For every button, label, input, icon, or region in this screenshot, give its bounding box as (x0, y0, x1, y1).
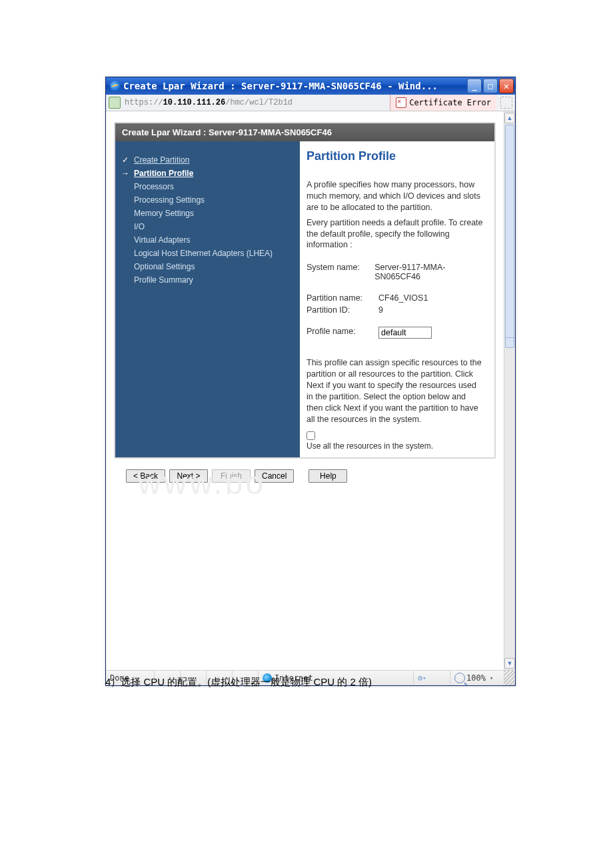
partition-id-row: Partition ID: 9 (306, 305, 485, 315)
step-create-partition[interactable]: ✓ Create Partition (119, 153, 296, 167)
step-io: I/O (119, 220, 296, 233)
profile-description-3: This profile can assign specific resourc… (306, 357, 485, 425)
certificate-error-button[interactable]: Certificate Error (390, 95, 496, 111)
wizard-frame: Create Lpar Wizard : Server-9117-MMA-SN0… (114, 122, 496, 459)
site-lock-icon (109, 97, 121, 109)
profile-name-row: Profile name: (306, 327, 485, 339)
step-memory-settings: Memory Settings (119, 207, 296, 220)
system-name-row: System name: Server-9117-MMA-SN065CF46 (306, 263, 485, 281)
help-button[interactable]: Help (308, 469, 347, 483)
shield-icon (396, 97, 406, 108)
address-bar[interactable]: https://10.110.111.26/hmc/wcl/T2b1d Cert… (106, 95, 515, 111)
finish-button: Finish (212, 469, 251, 483)
step-profile-summary: Profile Summary (119, 273, 296, 287)
scroll-down-button[interactable]: ▼ (504, 658, 515, 669)
use-all-resources-checkbox[interactable] (306, 431, 315, 440)
maximize-button[interactable]: □ (483, 79, 498, 93)
step-processing-settings: Processing Settings (119, 193, 296, 207)
step-lhea: Logical Host Ethernet Adapters (LHEA) (119, 247, 296, 260)
window-title: Create Lpar Wizard : Server-9117-MMA-SN0… (123, 81, 467, 91)
scroll-track[interactable] (504, 125, 515, 657)
step-optional-settings: Optional Settings (119, 260, 296, 273)
step-partition-profile[interactable]: → Partition Profile (119, 167, 296, 180)
wizard-header: Create Lpar Wizard : Server-9117-MMA-SN0… (115, 123, 494, 141)
page-icon[interactable] (500, 97, 512, 109)
wizard-button-row: < Back Next > Finish Cancel Help (107, 463, 502, 492)
cancel-button[interactable]: Cancel (255, 469, 294, 483)
close-button[interactable]: ✕ (499, 79, 514, 93)
arrow-right-icon: → (121, 169, 130, 178)
vertical-scrollbar[interactable]: ▲ ▼ (504, 111, 515, 670)
page-heading: Partition Profile (306, 149, 485, 163)
scroll-thumb[interactable] (505, 125, 514, 339)
system-name-value: Server-9117-MMA-SN065CF46 (374, 263, 485, 281)
profile-description-2: Every partition needs a default profile.… (306, 217, 485, 251)
figure-caption: 4）选择 CPU 的配置。(虚拟处理器一般是物理 CPU 的 2 倍) (105, 676, 514, 689)
ie-window: Create Lpar Wizard : Server-9117-MMA-SN0… (105, 77, 516, 686)
next-button[interactable]: Next > (169, 469, 208, 483)
check-icon: ✓ (121, 155, 130, 165)
back-button[interactable]: < Back (126, 469, 165, 483)
partition-name-row: Partition name: CF46_VIOS1 (306, 293, 485, 303)
step-processors: Processors (119, 180, 296, 193)
step-virtual-adapters: Virtual Adapters (119, 233, 296, 247)
profile-name-input[interactable] (378, 327, 432, 339)
scroll-thumb-divider[interactable] (505, 337, 514, 348)
url-text: https://10.110.111.26/hmc/wcl/T2b1d (125, 98, 386, 107)
scroll-up-button[interactable]: ▲ (504, 113, 515, 123)
ie-icon (110, 81, 121, 91)
minimize-button[interactable]: _ (467, 79, 482, 93)
wizard-main: Partition Profile A profile specifies ho… (300, 141, 494, 457)
use-all-resources-label: Use all the resources in the system. (306, 441, 485, 451)
wizard-steps-sidebar: ✓ Create Partition → Partition Profile P… (115, 141, 300, 457)
profile-description-1: A profile specifies how many processors,… (306, 179, 485, 213)
window-titlebar[interactable]: Create Lpar Wizard : Server-9117-MMA-SN0… (106, 77, 515, 95)
partition-name-value: CF46_VIOS1 (378, 293, 428, 303)
partition-id-value: 9 (378, 305, 383, 315)
